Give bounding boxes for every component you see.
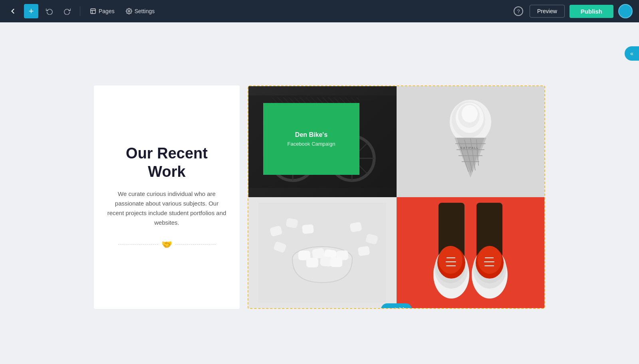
gallery-item-bike[interactable]: Den Bike's Facebook Campaign: [248, 86, 397, 197]
pages-button[interactable]: Pages: [87, 6, 118, 17]
preview-label: Preview: [537, 8, 557, 14]
back-button[interactable]: [6, 5, 19, 18]
gallery-panel[interactable]: Gallery ▼: [248, 85, 545, 309]
svg-rect-50: [399, 203, 542, 303]
pages-label: Pages: [99, 8, 115, 14]
nav-divider: [80, 6, 80, 16]
collapse-icon: «: [630, 50, 633, 57]
handshake-icon: 🤝: [161, 239, 172, 250]
gallery-grid: Den Bike's Facebook Campaign: [248, 86, 544, 308]
settings-label: Settings: [135, 8, 155, 14]
overlay-subtitle: Facebook Campaign: [287, 141, 335, 147]
svg-point-1: [128, 10, 130, 12]
collapse-panel-button[interactable]: «: [625, 46, 639, 61]
gallery-item-marshmallows[interactable]: [248, 197, 397, 308]
panel-icon-row: 🤝: [118, 239, 216, 250]
publish-button[interactable]: Publish: [570, 5, 613, 18]
add-label: + Add: [389, 307, 404, 309]
dashed-line-left: [118, 244, 159, 245]
undo-button[interactable]: [43, 5, 56, 18]
main-content-block: Our Recent Work We curate curious indivi…: [94, 85, 545, 309]
settings-button[interactable]: Settings: [123, 6, 158, 17]
svg-text:EATIFALL: EATIFALL: [460, 146, 479, 150]
panel-description[interactable]: We curate curious individual who are pas…: [106, 189, 228, 228]
gallery-overlay-bike: Den Bike's Facebook Campaign: [263, 103, 359, 175]
preview-button[interactable]: Preview: [530, 5, 565, 18]
svg-rect-0: [91, 9, 95, 14]
plus-icon: +: [29, 6, 34, 16]
redo-button[interactable]: [61, 5, 73, 18]
top-navigation: + Pages Settings ? Preview: [0, 0, 639, 22]
svg-point-57: [439, 246, 462, 274]
svg-point-65: [478, 246, 502, 274]
svg-rect-47: [306, 258, 318, 267]
gallery-add-button[interactable]: + Add: [381, 303, 412, 309]
icecream-svg: EATIFALL: [447, 98, 494, 186]
panel-title[interactable]: Our Recent Work: [106, 144, 228, 181]
gallery-item-feet[interactable]: [397, 197, 545, 308]
help-circle-icon: ?: [514, 6, 523, 16]
add-button[interactable]: +: [24, 4, 38, 18]
text-panel: Our Recent Work We curate curious indivi…: [94, 85, 240, 309]
overlay-title: Den Bike's: [295, 131, 327, 138]
user-avatar[interactable]: [618, 4, 633, 18]
nav-right: ? Preview Publish: [512, 4, 633, 18]
gallery-item-icecream[interactable]: EATIFALL: [397, 86, 545, 197]
marshmallows-svg: [258, 203, 386, 303]
help-button[interactable]: ?: [512, 5, 525, 18]
feet-svg: [399, 203, 542, 303]
icecream-visual: EATIFALL: [447, 98, 494, 186]
publish-label: Publish: [581, 8, 602, 15]
dashed-line-right: [175, 244, 216, 245]
svg-rect-49: [330, 257, 342, 267]
svg-point-22: [462, 105, 478, 123]
canvas-area: « Our Recent Work We curate curious indi…: [0, 22, 639, 364]
svg-rect-37: [302, 224, 314, 234]
svg-rect-41: [358, 246, 370, 256]
